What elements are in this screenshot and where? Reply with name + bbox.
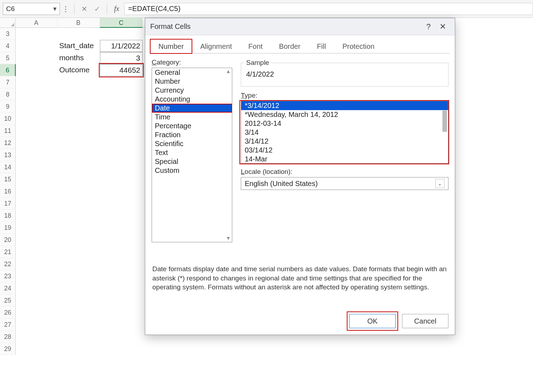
cell-A14[interactable] [16, 161, 57, 173]
cell-B8[interactable] [57, 88, 100, 100]
row-header-20[interactable]: 20 [0, 234, 16, 246]
cell-C17[interactable] [100, 197, 143, 210]
cell-C20[interactable] [100, 234, 143, 246]
type-item[interactable]: 3/14 [241, 128, 448, 137]
row-header-24[interactable]: 24 [0, 282, 16, 294]
cell-C29[interactable] [100, 343, 143, 355]
tab-font[interactable]: Font [240, 39, 271, 53]
cell-B28[interactable] [57, 331, 100, 343]
category-item-general[interactable]: General [152, 68, 232, 77]
cell-A19[interactable] [16, 222, 57, 234]
row-header-13[interactable]: 13 [0, 149, 16, 161]
scrollbar-thumb[interactable] [442, 110, 447, 132]
cell-B5[interactable]: months [57, 52, 100, 64]
cell-C13[interactable] [100, 149, 143, 161]
cell-B14[interactable] [57, 161, 100, 173]
cell-C15[interactable] [100, 173, 143, 185]
cell-B15[interactable] [57, 173, 100, 185]
cell-B21[interactable] [57, 246, 100, 258]
scroll-up-icon[interactable]: ▲ [225, 69, 231, 74]
category-listbox[interactable]: ▲ ▼ GeneralNumberCurrencyAccountingDateT… [152, 68, 232, 242]
cell-B16[interactable] [57, 185, 100, 197]
category-item-custom[interactable]: Custom [152, 166, 232, 175]
cell-C16[interactable] [100, 185, 143, 197]
cell-B10[interactable] [57, 113, 100, 125]
fx-icon[interactable]: fx [111, 4, 122, 14]
category-item-time[interactable]: Time [152, 113, 232, 122]
cell-B9[interactable] [57, 100, 100, 113]
cell-A9[interactable] [16, 100, 57, 113]
row-header-4[interactable]: 4 [0, 40, 16, 52]
cell-B19[interactable] [57, 222, 100, 234]
cell-A28[interactable] [16, 331, 57, 343]
category-item-date[interactable]: Date [152, 104, 232, 113]
row-header-23[interactable]: 23 [0, 270, 16, 282]
cell-B26[interactable] [57, 306, 100, 319]
chevron-down-icon[interactable]: ⌄ [435, 179, 445, 188]
cell-C21[interactable] [100, 246, 143, 258]
cell-D29[interactable] [143, 343, 186, 355]
type-item[interactable]: 2012-03-14 [241, 119, 448, 128]
cell-B27[interactable] [57, 319, 100, 331]
cell-C11[interactable] [100, 125, 143, 137]
column-header-C[interactable]: C [100, 18, 143, 28]
cell-B22[interactable] [57, 258, 100, 270]
row-header-17[interactable]: 17 [0, 197, 16, 210]
cell-B3[interactable] [57, 28, 100, 40]
close-icon[interactable]: ✕ [436, 22, 450, 31]
cell-C28[interactable] [100, 331, 143, 343]
select-all-corner[interactable] [0, 18, 16, 28]
cell-B11[interactable] [57, 125, 100, 137]
category-item-accounting[interactable]: Accounting [152, 95, 232, 104]
cell-A15[interactable] [16, 173, 57, 185]
cell-B12[interactable] [57, 137, 100, 149]
locale-combobox[interactable]: English (United States) ⌄ [241, 177, 448, 190]
cell-C23[interactable] [100, 270, 143, 282]
row-header-25[interactable]: 25 [0, 294, 16, 306]
row-header-15[interactable]: 15 [0, 173, 16, 185]
category-item-text[interactable]: Text [152, 148, 232, 157]
cell-B13[interactable] [57, 149, 100, 161]
accept-formula-icon[interactable]: ✓ [92, 4, 102, 14]
row-header-28[interactable]: 28 [0, 331, 16, 343]
type-item[interactable]: 14-Mar [241, 155, 448, 164]
cell-B29[interactable] [57, 343, 100, 355]
row-header-3[interactable]: 3 [0, 28, 16, 40]
type-listbox[interactable]: *3/14/2012*Wednesday, March 14, 20122012… [241, 101, 448, 164]
cell-B17[interactable] [57, 197, 100, 210]
row-header-26[interactable]: 26 [0, 306, 16, 319]
category-item-special[interactable]: Special [152, 157, 232, 166]
name-box[interactable]: C6 ▾ [3, 3, 60, 15]
type-item[interactable]: 03/14/12 [241, 146, 448, 155]
cell-A29[interactable] [16, 343, 57, 355]
chevron-down-icon[interactable]: ▾ [53, 5, 57, 13]
ok-button[interactable]: OK [349, 314, 396, 328]
row-header-11[interactable]: 11 [0, 125, 16, 137]
cell-A13[interactable] [16, 149, 57, 161]
cell-C12[interactable] [100, 137, 143, 149]
category-item-scientific[interactable]: Scientific [152, 139, 232, 148]
cell-C27[interactable] [100, 319, 143, 331]
cell-C6[interactable]: 44652 [100, 64, 143, 76]
tab-fill[interactable]: Fill [309, 39, 334, 53]
help-icon[interactable]: ? [421, 22, 436, 31]
tab-number[interactable]: Number [150, 39, 192, 53]
cell-A25[interactable] [16, 294, 57, 306]
cell-A23[interactable] [16, 270, 57, 282]
cell-B25[interactable] [57, 294, 100, 306]
cell-A7[interactable] [16, 76, 57, 88]
cell-A10[interactable] [16, 113, 57, 125]
row-header-9[interactable]: 9 [0, 100, 16, 113]
row-header-18[interactable]: 18 [0, 210, 16, 222]
type-item[interactable]: 3/14/12 [241, 137, 448, 146]
cell-A16[interactable] [16, 185, 57, 197]
cell-C9[interactable] [100, 100, 143, 113]
scroll-down-icon[interactable]: ▼ [225, 236, 231, 241]
cell-B7[interactable] [57, 76, 100, 88]
cell-A22[interactable] [16, 258, 57, 270]
row-header-14[interactable]: 14 [0, 161, 16, 173]
cell-B24[interactable] [57, 282, 100, 294]
cell-C22[interactable] [100, 258, 143, 270]
cell-A8[interactable] [16, 88, 57, 100]
row-header-22[interactable]: 22 [0, 258, 16, 270]
